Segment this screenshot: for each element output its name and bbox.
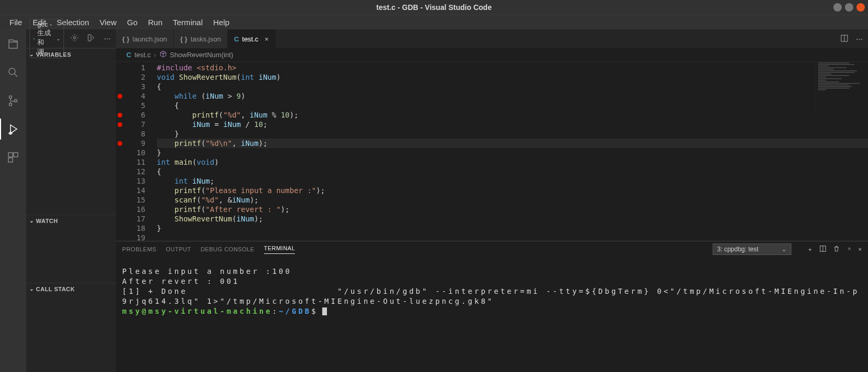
tab-launch-json[interactable]: { }launch.json <box>116 29 174 48</box>
breadcrumb-file[interactable]: test.c <box>134 51 151 59</box>
split-terminal-icon[interactable] <box>819 245 827 253</box>
terminal-body[interactable]: Please input a number :100After revert :… <box>116 257 868 372</box>
svg-rect-5 <box>8 153 13 157</box>
close-panel-icon[interactable]: × <box>859 246 862 252</box>
panel-tab-problems[interactable]: PROBLEMS <box>122 246 156 252</box>
svg-rect-9 <box>88 35 91 41</box>
titlebar: test.c - GDB - Visual Studio Code <box>0 0 868 15</box>
section-variables-header[interactable]: ⌄VARIABLES <box>26 48 116 60</box>
menubar: File Edit Selection View Go Run Terminal… <box>0 15 868 29</box>
editor[interactable]: 12345678910111213141516171819 #include <… <box>116 62 868 241</box>
editor-actions: ⋯ <box>835 29 868 48</box>
window-controls <box>833 3 865 12</box>
json-icon: { } <box>122 35 130 43</box>
menu-terminal[interactable]: Terminal <box>168 16 208 28</box>
run-debug-icon[interactable] <box>0 119 26 140</box>
menu-go[interactable]: Go <box>122 16 143 28</box>
menu-view[interactable]: View <box>94 16 122 28</box>
svg-rect-7 <box>8 158 13 162</box>
minimize-icon[interactable] <box>833 3 842 12</box>
c-file-icon: C <box>234 35 239 43</box>
json-icon: { } <box>180 35 187 43</box>
split-editor-icon[interactable] <box>840 34 849 44</box>
section-callstack-header[interactable]: ⌄CALL STACK <box>26 283 116 294</box>
editor-more-icon[interactable]: ⋯ <box>856 35 863 43</box>
line-number-gutter[interactable]: 12345678910111213141516171819 <box>124 62 151 241</box>
svg-point-8 <box>73 37 76 39</box>
debug-config-bar: gcc - 生成和调... ⌄ ⋯ <box>26 29 116 48</box>
svg-point-3 <box>15 100 17 102</box>
source-control-icon[interactable] <box>0 90 26 111</box>
panel-tabs: PROBLEMS OUTPUT DEBUG CONSOLE TERMINAL 3… <box>116 241 868 257</box>
debug-sidebar: gcc - 生成和调... ⌄ ⋯ ⌄VARIABLES ⌄WATCH ⌄CAL… <box>26 29 116 372</box>
c-file-icon: C <box>126 51 131 59</box>
svg-point-0 <box>9 68 15 75</box>
panel-tab-debug-console[interactable]: DEBUG CONSOLE <box>200 246 254 252</box>
maximize-panel-icon[interactable]: ＾ <box>846 246 852 253</box>
minimap[interactable] <box>816 62 868 114</box>
activity-bar <box>0 29 26 372</box>
breakpoint-gutter[interactable] <box>116 62 124 241</box>
new-terminal-icon[interactable]: ＋ <box>807 246 813 253</box>
more-actions-icon[interactable]: ⋯ <box>102 34 113 44</box>
close-icon[interactable] <box>856 3 865 12</box>
panel-tab-output[interactable]: OUTPUT <box>166 246 191 252</box>
window-title: test.c - GDB - Visual Studio Code <box>376 3 492 12</box>
svg-point-1 <box>9 96 12 99</box>
code-area[interactable]: #include <stdio.h>void ShowRevertNum(int… <box>151 62 868 241</box>
tab-tasks-json[interactable]: { }tasks.json <box>174 29 228 48</box>
bottom-panel: PROBLEMS OUTPUT DEBUG CONSOLE TERMINAL 3… <box>116 241 868 372</box>
maximize-icon[interactable] <box>845 3 853 12</box>
explorer-icon[interactable] <box>0 34 26 55</box>
panel-tab-terminal[interactable]: TERMINAL <box>264 245 295 254</box>
menu-file[interactable]: File <box>4 16 27 28</box>
chevron-right-icon: › <box>154 51 156 59</box>
extensions-icon[interactable] <box>0 147 26 168</box>
editor-tabs: { }launch.json { }tasks.json Ctest.c× ⋯ <box>116 29 868 48</box>
svg-point-2 <box>9 103 12 106</box>
search-icon[interactable] <box>0 62 26 83</box>
breadcrumb[interactable]: C test.c › ShowRevertNum(int) <box>116 48 868 62</box>
section-watch-header[interactable]: ⌄WATCH <box>26 215 116 226</box>
tab-test-c[interactable]: Ctest.c× <box>228 29 276 48</box>
terminal-selector[interactable]: 3: cppdbg: test⌄ <box>713 243 791 255</box>
chevron-down-icon: ⌄ <box>781 246 787 253</box>
menu-help[interactable]: Help <box>208 16 235 28</box>
symbol-container-icon <box>160 50 167 59</box>
menu-run[interactable]: Run <box>143 16 168 28</box>
breadcrumb-symbol[interactable]: ShowRevertNum(int) <box>170 51 234 59</box>
kill-terminal-icon[interactable] <box>833 245 840 253</box>
alt-config-icon[interactable] <box>85 33 98 45</box>
gear-icon[interactable] <box>68 33 81 45</box>
close-tab-icon[interactable]: × <box>264 35 269 43</box>
editor-column: { }launch.json { }tasks.json Ctest.c× ⋯ … <box>116 29 868 372</box>
svg-rect-6 <box>14 153 18 157</box>
